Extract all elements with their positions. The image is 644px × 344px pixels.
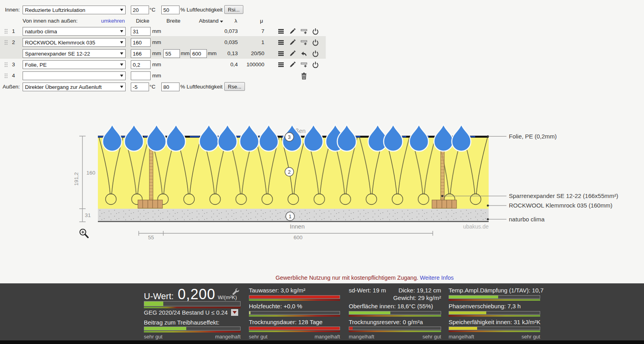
edit-pencil-icon[interactable] (289, 39, 296, 46)
rse-button[interactable]: Rse... (224, 82, 245, 91)
phasenverschiebung-label: Phasenverschiebung: 7,3 h (449, 303, 521, 309)
layer-number: 1 (10, 28, 17, 34)
spacing-input[interactable]: 600 (190, 49, 207, 58)
mu-value: 7 (240, 28, 264, 34)
material-select[interactable]: Sparrenexpander SE 12-22 (23, 49, 126, 58)
drag-handle-icon[interactable] (4, 73, 8, 79)
thickness-input[interactable]: 166 (131, 49, 151, 58)
drag-handle-icon[interactable] (4, 40, 8, 45)
drag-handle-icon[interactable] (4, 29, 8, 34)
speicherfaehigkeit-label: Speicherfähigkeit innen: 31 kJ/m²K (449, 319, 541, 325)
phasenverschiebung-gauge (449, 311, 540, 317)
callout-folie: Folie, PE (0,2mm) (509, 133, 557, 140)
uwert-label: U-Wert: (144, 291, 174, 302)
dim-stud-width: 55 (148, 234, 154, 240)
chevron-down-icon (120, 41, 123, 44)
scale-left: mangelhaft (349, 334, 374, 340)
power-toggle-icon[interactable] (312, 39, 319, 46)
layer-menu-icon[interactable] (277, 39, 285, 46)
lambda-value: 0,13 (213, 50, 238, 56)
tauwasser-label: Tauwasser: 3,0 kg/m² (249, 287, 306, 294)
mm-unit: mm (152, 50, 161, 56)
reverse-link[interactable]: umkehren (101, 18, 125, 24)
drag-handle-icon[interactable] (4, 62, 8, 67)
material-select[interactable]: ROCKWOOL Klemmrock 035 (23, 38, 126, 47)
construction-diagram: Außen (59, 117, 626, 242)
layer-menu-icon[interactable] (277, 28, 285, 35)
inner-surface-value: Reduzierte Luftzirkulation (25, 7, 85, 13)
results-panel: U-Wert: 0,200 W/(m²K) GEG 2020/24 Bestan… (0, 283, 644, 341)
treibhaus-label: Beitrag zum Treibhauseffekt: (144, 319, 220, 326)
bottom-black-bar (0, 340, 644, 344)
holzfeuchte-gauge (249, 311, 340, 317)
mm-unit: mm (152, 39, 161, 45)
tav-label: Temp.Ampl.Dämpfung (1/TAV): 10,7 (449, 287, 544, 294)
wrench-icon[interactable] (232, 288, 240, 296)
trocknungsdauer-label: Trocknungsdauer: 128 Tage (249, 319, 323, 325)
scale-right: mangelhaft (215, 334, 241, 340)
svg-text:1: 1 (289, 214, 292, 219)
material-select[interactable] (23, 71, 126, 80)
col-dicke: Dicke (136, 18, 149, 24)
mm-unit: mm (181, 50, 190, 56)
layer-number: 4 (10, 73, 17, 79)
edit-pencil-icon[interactable] (289, 28, 296, 35)
uwert-gauge (144, 301, 241, 308)
scale-left: mangelhaft (449, 334, 474, 340)
chevron-down-icon (120, 75, 123, 77)
undo-arrow-icon[interactable] (300, 50, 308, 57)
col-lambda: λ (233, 18, 239, 24)
outer-humidity-input[interactable]: 80 (161, 83, 180, 91)
layer-menu-icon[interactable] (277, 61, 285, 68)
gewicht-label: Gewicht: 29 kg/m² (393, 294, 441, 301)
outer-surface-row: Außen: Direkter Übergang zur Außenluft -… (0, 83, 329, 91)
layer-row-3: 3 Folie, PE 0,2 mm 0,4 100000 (0, 60, 329, 69)
material-select[interactable]: Folie, PE (23, 60, 126, 69)
mm-unit: mm (152, 28, 161, 34)
add-layer-icon[interactable] (300, 28, 308, 35)
scale-left: sehr gut (144, 334, 162, 340)
thickness-input[interactable] (131, 71, 151, 80)
power-toggle-icon[interactable] (312, 50, 319, 57)
add-layer-icon[interactable] (300, 61, 308, 68)
scale-right: sehr gut (522, 334, 540, 340)
inner-surface-select[interactable]: Reduzierte Luftzirkulation (23, 6, 126, 14)
rsi-button[interactable]: Rsi... (224, 5, 243, 14)
chevron-down-icon (120, 52, 123, 55)
mu-value: 100000 (240, 61, 264, 67)
power-toggle-icon[interactable] (312, 28, 319, 35)
inner-humidity-input[interactable]: 50 (161, 6, 180, 14)
moisture-column: Tauwasser: 3,0 kg/m² Holzfeuchte: +0,0 %… (249, 284, 340, 341)
width-input[interactable]: 55 (163, 49, 180, 58)
outer-surface-select[interactable]: Direkter Übergang zur Außenluft (23, 83, 126, 91)
inner-label: Innen: (0, 7, 20, 13)
add-layer-icon[interactable] (300, 39, 308, 46)
edit-pencil-icon[interactable] (289, 50, 296, 57)
outer-surface-value: Direkter Übergang zur Außenluft (25, 84, 102, 90)
thickness-input[interactable]: 31 (131, 27, 151, 36)
thermal-column: Temp.Ampl.Dämpfung (1/TAV): 10,7 Phasenv… (449, 284, 540, 341)
material-select[interactable]: naturbo clima (23, 27, 126, 36)
thickness-input[interactable]: 0,2 (131, 60, 151, 69)
outer-temp-input[interactable]: -5 (131, 83, 149, 91)
layer-menu-icon[interactable] (277, 50, 285, 57)
geg-dropdown-icon[interactable] (231, 309, 238, 316)
thickness-input[interactable]: 160 (131, 38, 151, 47)
trash-icon[interactable] (300, 72, 308, 79)
diagram-innen-label: Innen (290, 223, 305, 230)
col-abstand[interactable]: Abstand (199, 18, 223, 24)
direction-label: Von innen nach außen: (23, 18, 78, 24)
weitere-infos-link[interactable]: Weitere Infos (420, 275, 454, 281)
left-dimension (79, 136, 86, 222)
sd-wert-label: sd-Wert: 19 m (349, 287, 386, 294)
speicherfaehigkeit-gauge (449, 327, 540, 332)
license-notice: Gewerbliche Nutzung nur mit kostenpflich… (214, 275, 515, 281)
edit-pencil-icon[interactable] (289, 61, 296, 68)
trocknungsreserve-label: Trocknungsreserve: 0 g/m²a (349, 319, 423, 325)
oberflaeche-gauge (349, 311, 441, 317)
inner-temp-input[interactable]: 20 (131, 6, 149, 14)
power-toggle-icon[interactable] (312, 61, 319, 68)
chevron-down-icon (120, 86, 123, 88)
zoom-icon[interactable] (80, 229, 88, 238)
chevron-down-icon (120, 63, 123, 66)
